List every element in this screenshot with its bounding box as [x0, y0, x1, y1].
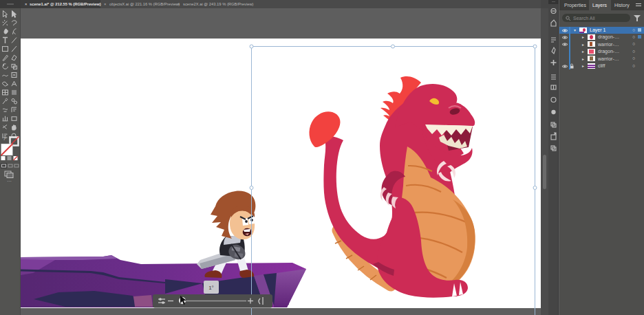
svg-text:1°: 1° — [208, 285, 214, 291]
svg-text:?: ? — [3, 135, 6, 142]
